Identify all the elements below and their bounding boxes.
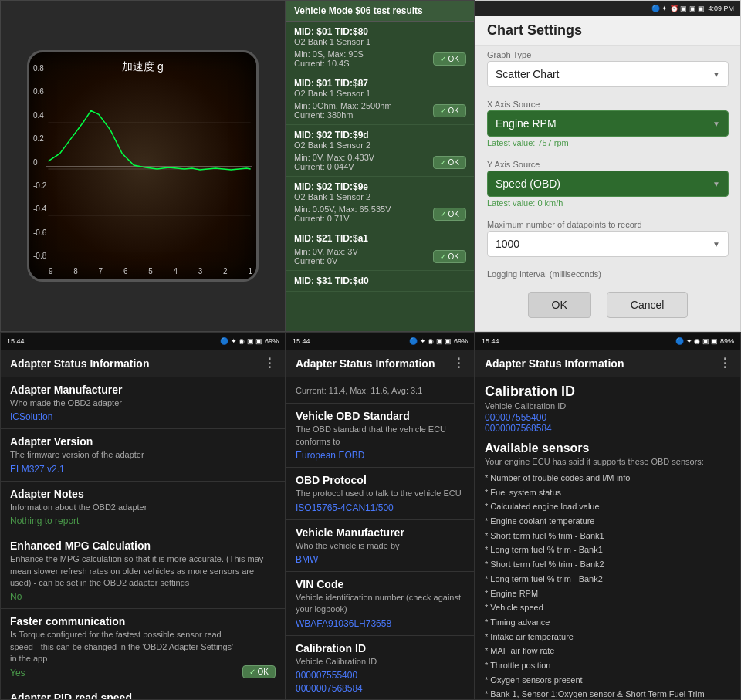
chart-y-labels: 0.8 0.6 0.4 0.2 0 -0.2 -0.4 -0.6 -0.8 bbox=[33, 64, 46, 260]
y-axis-latest: Latest value: 0 km/h bbox=[487, 198, 729, 208]
available-sensors-desc: Your engine ECU has said it supports the… bbox=[475, 457, 740, 471]
graph-type-dropdown[interactable]: Scatter Chart ▼ bbox=[487, 61, 729, 87]
sensor-item: * Long term fuel % trim - Bank2 bbox=[485, 572, 731, 587]
max-datapoints-dropdown[interactable]: 1000 ▼ bbox=[487, 231, 729, 257]
list-item: Adapter Version The firmware version of … bbox=[1, 429, 285, 481]
sensor-item: * Short term fuel % trim - Bank1 bbox=[485, 529, 731, 543]
x-axis-value: Engine RPM bbox=[496, 117, 557, 130]
sensor-item: * Oxygen sensors present bbox=[485, 673, 731, 688]
chart-svg bbox=[46, 76, 252, 262]
calibration-val1: 000007555400 bbox=[475, 412, 740, 423]
time-left: 15:44 bbox=[7, 337, 25, 345]
sensor-item: * Intake air temperature bbox=[485, 630, 731, 644]
sensor-item: * Vehicle speed bbox=[485, 600, 731, 615]
sensor-item: * Timing advance bbox=[485, 615, 731, 630]
sensor-item: * Bank 1, Sensor 1:Oxygen sensor & Short… bbox=[485, 687, 731, 700]
vehicle-item: MID: $31 TID:$d0 bbox=[286, 271, 474, 292]
calibration-val2: 0000007568584 bbox=[475, 423, 740, 434]
dropdown-arrow-icon: ▼ bbox=[712, 240, 720, 249]
vehicle-item: MID: $21 TID:$a1 Min: 0V, Max: 3V Curren… bbox=[286, 228, 474, 271]
max-datapoints-value: 1000 bbox=[496, 238, 519, 250]
accelerometer-panel: 加速度 g 0.8 0.6 0.4 0.2 0 -0.2 -0.4 -0.6 -… bbox=[0, 0, 286, 332]
dropdown-arrow-icon: ▼ bbox=[712, 120, 720, 128]
max-datapoints-label: Maximum number of datapoints to record bbox=[475, 215, 740, 231]
three-dots-icon[interactable]: ⋮ bbox=[452, 356, 465, 370]
chart-title: 加速度 g bbox=[122, 60, 164, 74]
sensor-item: * Throttle position bbox=[485, 658, 731, 673]
bottom-statusbar-right: 15:44 🔵 ✦ ◉ ▣ ▣ 89% bbox=[475, 333, 740, 350]
vehicle-mode-panel: Vehicle Mode $06 test results MID: $01 T… bbox=[286, 0, 475, 332]
list-item: Adapter Notes Information about the OBD2… bbox=[1, 482, 285, 533]
battery-middle: 🔵 ✦ ◉ ▣ ▣ 69% bbox=[409, 337, 468, 345]
chart-area bbox=[46, 76, 252, 262]
graph-type-label: Graph Type bbox=[475, 46, 740, 61]
ok-badge: ✓ OK bbox=[242, 665, 276, 678]
available-sensors-title: Available sensors bbox=[475, 434, 740, 457]
vehicle-item: MID: $02 TID:$9e O2 Bank 1 Sensor 2 Min:… bbox=[286, 177, 474, 228]
vehicle-item: MID: $01 TID:$80 O2 Bank 1 Sensor 1 Min:… bbox=[286, 22, 474, 73]
three-dots-icon[interactable]: ⋮ bbox=[719, 356, 731, 370]
chart-x-labels: 9 8 7 6 5 4 3 2 1 bbox=[49, 267, 252, 276]
adapter-status-middle-panel: 15:44 🔵 ✦ ◉ ▣ ▣ 69% Adapter Status Infor… bbox=[286, 332, 475, 700]
adapter-status-left-panel: 15:44 🔵 ✦ ◉ ▣ ▣ 69% Adapter Status Infor… bbox=[0, 332, 286, 700]
dropdown-arrow-icon: ▼ bbox=[712, 180, 720, 188]
sensor-item: * Fuel system status bbox=[485, 485, 731, 500]
list-item: Vehicle OBD Standard The OBD standard th… bbox=[286, 404, 474, 468]
sensor-item: * Engine coolant temperature bbox=[485, 514, 731, 529]
battery-left: 🔵 ✦ ◉ ▣ ▣ 69% bbox=[220, 337, 279, 345]
settings-statusbar: 🔵 ✦ ⏰ ▣ ▣ ▣ 4:09 PM bbox=[475, 1, 740, 16]
chart-settings-panel: 🔵 ✦ ⏰ ▣ ▣ ▣ 4:09 PM Chart Settings Graph… bbox=[475, 0, 741, 332]
ok-button[interactable]: OK bbox=[528, 292, 591, 318]
x-axis-dropdown[interactable]: Engine RPM ▼ bbox=[487, 110, 729, 137]
time-middle: 15:44 bbox=[293, 337, 310, 345]
time-right: 15:44 bbox=[482, 337, 499, 345]
adapter-header-right: Adapter Status Information ⋮ bbox=[475, 350, 740, 377]
adapter-status-right-panel: 15:44 🔵 ✦ ◉ ▣ ▣ 89% Adapter Status Infor… bbox=[475, 332, 741, 700]
x-axis-label: X Axis Source bbox=[475, 95, 740, 110]
chart-container: 加速度 g 0.8 0.6 0.4 0.2 0 -0.2 -0.4 -0.6 -… bbox=[27, 50, 259, 282]
y-axis-dropdown[interactable]: Speed (OBD) ▼ bbox=[487, 171, 729, 197]
ok-badge: ✓ OK bbox=[433, 156, 466, 169]
ok-badge: ✓ OK bbox=[433, 52, 466, 66]
graph-type-value: Scatter Chart bbox=[496, 68, 559, 80]
sensor-list: * Number of trouble codes and I/M info* … bbox=[475, 471, 740, 700]
x-axis-latest: Latest value: 757 rpm bbox=[487, 138, 729, 147]
vehicle-item: MID: $01 TID:$87 O2 Bank 1 Sensor 1 Min:… bbox=[286, 73, 474, 125]
sensor-item: * MAF air flow rate bbox=[485, 644, 731, 658]
list-item: Faster communication Is Torque configure… bbox=[1, 609, 285, 685]
logging-interval-label: Logging interval (milliseconds) bbox=[475, 265, 740, 280]
list-item: Adapter Manufacturer Who made the OBD2 a… bbox=[1, 377, 285, 429]
settings-buttons-row: OK Cancel bbox=[475, 280, 740, 330]
y-axis-label: Y Axis Source bbox=[475, 155, 740, 171]
calibration-id-title: Calibration ID bbox=[475, 377, 740, 401]
list-item: Current: 11.4, Max: 11.6, Avg: 3.1 bbox=[286, 377, 474, 404]
list-item: Enhanced MPG Calculation Enhance the MPG… bbox=[1, 533, 285, 609]
sensor-item: * Calculated engine load value bbox=[485, 499, 731, 514]
sensor-item: * Long term fuel % trim - Bank1 bbox=[485, 543, 731, 557]
ok-badge: ✓ OK bbox=[433, 250, 466, 263]
status-time: 4:09 PM bbox=[708, 5, 734, 12]
y-axis-value: Speed (OBD) bbox=[496, 178, 560, 190]
sensor-item: * Short term fuel % trim - Bank2 bbox=[485, 557, 731, 572]
ok-badge: ✓ OK bbox=[433, 208, 466, 221]
vehicle-mode-header: Vehicle Mode $06 test results bbox=[286, 1, 474, 22]
cancel-button[interactable]: Cancel bbox=[607, 292, 689, 318]
list-item: Vehicle Manufacturer Who the vehicle is … bbox=[286, 520, 474, 572]
ok-badge: ✓ OK bbox=[433, 104, 466, 117]
list-item: Adapter PID read speed The rate of PIDs/… bbox=[1, 685, 285, 700]
calibration-sub: Vehicle Calibration ID bbox=[475, 401, 740, 412]
list-item: Calibration ID Vehicle Calibration ID 00… bbox=[286, 636, 474, 700]
chart-settings-title: Chart Settings bbox=[475, 16, 740, 46]
dropdown-arrow-icon: ▼ bbox=[712, 70, 720, 79]
three-dots-icon[interactable]: ⋮ bbox=[263, 356, 276, 370]
list-item: OBD Protocol The protocol used to talk t… bbox=[286, 468, 474, 519]
vehicle-item: MID: $02 TID:$9d O2 Bank 1 Sensor 2 Min:… bbox=[286, 125, 474, 177]
adapter-header-left: Adapter Status Information ⋮ bbox=[1, 350, 285, 377]
status-icons: 🔵 ✦ ⏰ ▣ ▣ ▣ bbox=[651, 5, 705, 12]
bottom-statusbar-middle: 15:44 🔵 ✦ ◉ ▣ ▣ 69% bbox=[286, 333, 474, 350]
bottom-statusbar-left: 15:44 🔵 ✦ ◉ ▣ ▣ 69% bbox=[1, 333, 285, 350]
list-item: VIN Code Vehicle identification number (… bbox=[286, 572, 474, 636]
battery-right: 🔵 ✦ ◉ ▣ ▣ 89% bbox=[675, 337, 734, 345]
sensor-item: * Number of trouble codes and I/M info bbox=[485, 471, 731, 485]
sensor-item: * Engine RPM bbox=[485, 587, 731, 601]
